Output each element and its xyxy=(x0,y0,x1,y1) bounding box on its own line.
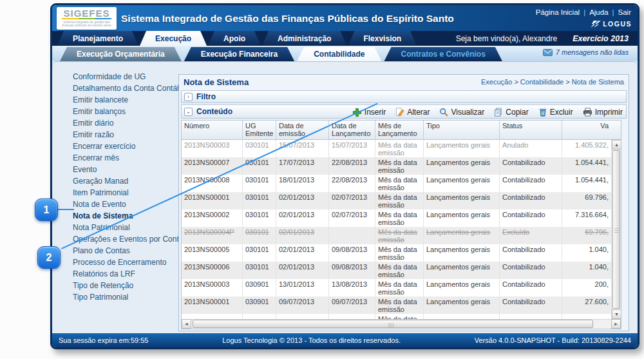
sidebar-item-detalhamento-da-conta-contabil[interactable]: Detalhamento da Conta Contábil xyxy=(52,82,178,94)
sidebar-item-encerrar-exercicio[interactable]: Encerrar exercício xyxy=(52,141,178,152)
excluir-button[interactable]: Excluir xyxy=(538,108,573,117)
copiar-button[interactable]: Copiar xyxy=(494,108,528,117)
sidebar-item-relatorios-da-lrf[interactable]: Relatórios da LRF xyxy=(52,268,178,280)
tab-execucao[interactable]: Execução xyxy=(140,31,207,46)
horizontal-scrollbar[interactable]: ◄ ||| ► xyxy=(182,319,621,329)
main-panel: Nota de Sistema Execução > Contabilidade… xyxy=(178,74,629,331)
link-separator: | xyxy=(612,8,614,16)
vertical-scrollbar[interactable]: ▲ ——— ▼ xyxy=(611,140,621,319)
scroll-right-button[interactable]: ► xyxy=(611,319,621,329)
subtab-contratos-e-convenios[interactable]: Contratos e Convênios xyxy=(384,47,502,61)
sidebar-item-emitir-balancete[interactable]: Emitir balancete xyxy=(52,94,178,106)
horizontal-scroll-thumb[interactable]: ||| xyxy=(193,320,593,328)
column-header-status[interactable]: Status xyxy=(500,121,562,140)
content-area: Conformidade de UG Detalhamento da Conta… xyxy=(52,61,638,333)
sidebar-item-emitir-balancos[interactable]: Emitir balanços xyxy=(52,106,178,117)
sidebar-item-emitir-diario[interactable]: Emitir diário xyxy=(52,117,178,129)
unread-messages-text: 7 mensagens não lidas xyxy=(556,48,629,56)
main-tab-bar: Planejamento Execução Apoio Administraçã… xyxy=(52,31,638,46)
table-row[interactable]: 2013NS0000203010102/01/201302/07/2013Mês… xyxy=(182,209,611,227)
edit-icon xyxy=(395,108,404,117)
table-row[interactable]: 2013NS0000103090109/07/201309/07/2013Mês… xyxy=(182,296,611,314)
sidebar-item-item-patrimonial[interactable]: Item Patrimonial xyxy=(52,187,178,199)
table-row[interactable]: 2013NS0000603010102/01/201309/08/2013Mês… xyxy=(182,262,611,279)
subtab-execucao-orcamentaria[interactable]: Execução Orçamentária xyxy=(60,47,182,61)
column-header-mes-lancamento[interactable]: Mês de Lançamento xyxy=(375,121,424,140)
sidebar-item-encerrar-mes[interactable]: Encerrar mês xyxy=(52,152,178,164)
column-header-valor[interactable]: Va xyxy=(562,121,611,140)
scroll-down-button[interactable]: ▼ xyxy=(612,309,621,319)
status-bar: Sua sessão expira em:59:55 Logus Tecnolo… xyxy=(52,333,638,347)
tab-administracao[interactable]: Administração xyxy=(262,31,346,46)
copy-icon xyxy=(494,108,503,117)
column-header-tipo[interactable]: Tipo xyxy=(424,121,500,140)
logout-link[interactable]: Sair xyxy=(618,8,631,16)
results-table: Número UG Emitente Data de emissão Data … xyxy=(181,120,621,329)
table-row[interactable]: 2013NS0000503010102/01/201309/08/2013Mês… xyxy=(182,244,611,262)
table-row-partial[interactable]: Mês da data emissão xyxy=(182,314,611,319)
content-label: Conteúdo xyxy=(196,107,232,116)
table-row[interactable]: 2013NS0000803010118/01/201322/08/2013Mês… xyxy=(182,175,611,192)
sidebar-item-tipo-de-retencao[interactable]: Tipo de Retenção xyxy=(52,280,178,291)
panel-title-bar: Nota de Sistema Execução > Contabilidade… xyxy=(179,75,629,89)
table-row[interactable]: 2013NS00004P03010102/01/2013Mês da data … xyxy=(182,227,611,244)
table-row[interactable]: 2013NS0000303010115/07/201315/07/2013Mês… xyxy=(182,140,611,157)
exercise-text: Exercício 2013 xyxy=(573,34,629,43)
sidebar-item-plano-de-contas[interactable]: Plano de Contas xyxy=(52,245,178,257)
sidebar-item-evento[interactable]: Evento xyxy=(52,164,178,175)
logus-lightning-icon xyxy=(591,21,601,28)
sidebar-item-geracao-manad[interactable]: Geração Manad xyxy=(52,175,178,187)
welcome-area: Seja bem vindo(a), Alexandre Exercício 2… xyxy=(456,31,629,46)
sidebar-menu: Conformidade de UG Detalhamento da Conta… xyxy=(52,71,178,303)
version-text: Versão 4.0.0-SNAPSHOT - Build: 20130829-… xyxy=(475,336,631,344)
callout-badge-2: 2 xyxy=(37,246,61,269)
column-header-ug-emitente[interactable]: UG Emitente xyxy=(243,121,276,140)
copyright-text: Logus Tecnologia © 2013 - Todos os direi… xyxy=(222,336,401,344)
unread-messages[interactable]: 7 mensagens não lidas xyxy=(543,48,629,56)
subtab-contabilidade[interactable]: Contabilidade xyxy=(297,47,381,61)
column-header-data-lancamento[interactable]: Data de Lançamento xyxy=(329,121,375,140)
imprimir-button[interactable]: Imprimir xyxy=(583,108,623,117)
subtab-execucao-financeira[interactable]: Execução Financeira xyxy=(184,47,294,61)
sub-tab-bar: Execução Orçamentária Execução Financeir… xyxy=(52,46,638,61)
table-row[interactable]: 2013NS0000703010117/07/201322/08/2013Mês… xyxy=(182,157,611,175)
logus-logo-text: LOGUS xyxy=(603,20,632,28)
chevron-right-icon: › xyxy=(184,93,193,101)
visualizar-button[interactable]: Visualizar xyxy=(439,108,484,117)
home-link[interactable]: Página Inicial xyxy=(536,8,580,16)
sidebar-item-processo-de-encerramento[interactable]: Processo de Encerramento xyxy=(52,257,178,268)
help-link[interactable]: Ajuda xyxy=(589,8,608,16)
table-row[interactable]: 2013NS0000103010102/01/201302/07/2013Mês… xyxy=(182,192,611,209)
tab-flexvision[interactable]: Flexvision xyxy=(348,31,417,46)
printer-icon xyxy=(583,108,592,117)
sigefes-logo: SIGEFES sistema integrado de gestão das … xyxy=(57,7,117,30)
link-separator: | xyxy=(583,8,585,16)
screenshot-stage: SIGEFES sistema integrado de gestão das … xyxy=(0,0,644,359)
content-collapsible-bar[interactable]: ⌄ Conteúdo Inserir Alterar xyxy=(181,104,627,119)
vertical-scroll-thumb[interactable]: ——— xyxy=(612,150,620,309)
alterar-button[interactable]: Alterar xyxy=(395,108,430,117)
callout-badge-1: 1 xyxy=(35,199,58,221)
table-rows: 2013NS0000303010115/07/201315/07/2013Mês… xyxy=(182,140,611,319)
scroll-up-button[interactable]: ▲ xyxy=(612,140,621,150)
header-links: Página Inicial|Ajuda|Sair xyxy=(536,8,631,16)
filter-collapsible-bar[interactable]: › Filtro xyxy=(181,90,627,103)
filter-label: Filtro xyxy=(196,92,216,101)
thumb-grip: ——— xyxy=(613,227,620,233)
logus-logo: LOGUS xyxy=(591,20,632,28)
sigefes-logo-subtitle: sistema integrado de gestão das finanças… xyxy=(57,21,117,27)
sigefes-logo-text: SIGEFES xyxy=(57,8,117,18)
tab-planejamento[interactable]: Planejamento xyxy=(57,31,138,46)
sidebar-item-emitir-razao[interactable]: Emitir razão xyxy=(52,129,178,141)
magnifier-icon xyxy=(439,108,448,117)
table-row[interactable]: 2013NS0000303090113/01/201313/08/2013Mês… xyxy=(182,279,611,296)
sidebar-item-nota-de-sistema[interactable]: Nota de Sistema xyxy=(52,210,178,222)
toolbar: Inserir Alterar Visualizar Copiar xyxy=(352,105,623,119)
tab-apoio[interactable]: Apoio xyxy=(208,31,261,46)
column-header-numero[interactable]: Número xyxy=(182,121,243,140)
chevron-down-icon: ⌄ xyxy=(184,108,193,116)
sidebar-item-conformidade-de-ug[interactable]: Conformidade de UG xyxy=(52,71,178,82)
scroll-left-button[interactable]: ◄ xyxy=(182,319,191,329)
welcome-text: Seja bem vindo(a), Alexandre xyxy=(456,34,557,43)
sidebar-item-tipo-patrimonial[interactable]: Tipo Patrimonial xyxy=(52,291,178,303)
